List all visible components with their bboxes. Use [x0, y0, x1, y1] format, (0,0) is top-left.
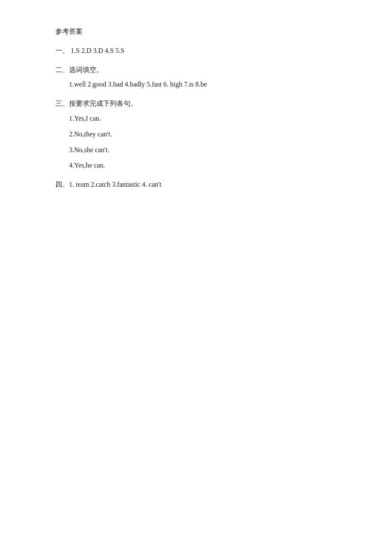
section-two-label: 二、选词填空。 [55, 64, 337, 76]
section-two-answers: 1.well 2.good 3.bad 4.badly 5.fast 6. hi… [55, 78, 337, 91]
answer-line-2: 2.No,they can't. [69, 128, 337, 141]
answer-line-4: 4.Yes,he can. [69, 159, 337, 172]
answer-line-3: 3.No,she can't. [69, 144, 337, 156]
section-three: 三、按要求完成下列各句。 1.Yes,I can. 2.No,they can'… [55, 98, 337, 172]
section-four: 四、1. team 2.catch 3.fantastic 4. can't [55, 179, 337, 191]
section-three-answers: 1.Yes,I can. 2.No,they can't. 3.No,she c… [55, 113, 337, 172]
answer-line-1: 1.Yes,I can. [69, 113, 337, 125]
section-two: 二、选词填空。 1.well 2.good 3.bad 4.badly 5.fa… [55, 64, 337, 91]
page-title-section: 参考答案 [55, 26, 337, 38]
page-title: 参考答案 [55, 26, 337, 38]
section-one-label: 一、 1.S 2.D 3.D 4.S 5.S [55, 45, 337, 57]
section-three-label: 三、按要求完成下列各句。 [55, 98, 337, 110]
section-four-label: 四、1. team 2.catch 3.fantastic 4. can't [55, 179, 337, 191]
page-container: 参考答案 一、 1.S 2.D 3.D 4.S 5.S 二、选词填空。 1.we… [55, 26, 337, 191]
section-one: 一、 1.S 2.D 3.D 4.S 5.S [55, 45, 337, 57]
